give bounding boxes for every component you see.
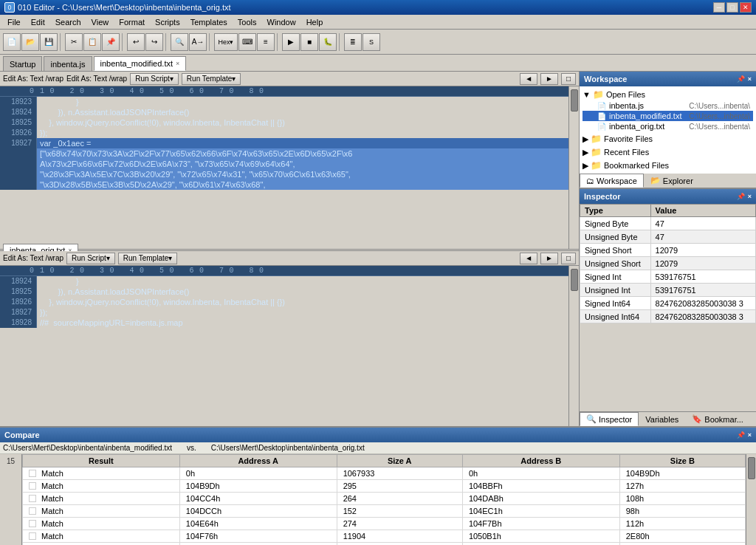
inspector-table: Type Value Signed Byte47Unsigned Byte47S…	[580, 204, 756, 323]
scroll-right-1[interactable]: ►	[540, 73, 558, 85]
minimize-button[interactable]: ─	[713, 2, 725, 13]
tree-item-orig[interactable]: 📄 inbenta_orig.txt C:\Users...inbenta\	[583, 121, 753, 131]
inspector-close[interactable]: ×	[748, 193, 752, 200]
compare-row[interactable]: Match 104B9Dh 295 104BBFh 127h	[23, 480, 746, 493]
edit-as-2[interactable]: Edit As: Text /wrap	[3, 254, 63, 262]
redo-button[interactable]: ↪	[145, 33, 163, 51]
tab-inbenta-js[interactable]: inbenta.js	[44, 56, 92, 71]
inspector-row[interactable]: Unsigned Byte47	[580, 230, 756, 244]
maximize-pane-2[interactable]: □	[561, 253, 576, 264]
open-button[interactable]: 📂	[21, 33, 39, 51]
compare-controls[interactable]: 📌 ×	[737, 431, 752, 439]
tree-path-orig: C:\Users...inbenta\	[689, 123, 750, 131]
edit-as-1[interactable]: Edit As: Text /wrap	[66, 75, 127, 83]
inspector-tab-variables[interactable]: Variables	[639, 412, 685, 426]
compare-row[interactable]: Match 104DCCh 152 104EC1h 98h	[23, 505, 746, 518]
editor2-code[interactable]: 0 10 20 30 40 50 60 70 80 18924 } 18925	[0, 266, 568, 426]
menu-bar: File Edit Search View Format Scripts Tem…	[0, 15, 756, 30]
tab-startup[interactable]: Startup	[3, 56, 42, 71]
close-button[interactable]: ✕	[740, 2, 752, 13]
maximize-button[interactable]: □	[726, 2, 738, 13]
editor2-scrollbar[interactable]	[568, 266, 579, 426]
save-button[interactable]: 💾	[40, 33, 58, 51]
compare-scrollbar[interactable]	[746, 454, 756, 545]
stop-btn[interactable]: ■	[300, 33, 318, 51]
window-controls[interactable]: ─ □ ✕	[713, 2, 752, 13]
menu-templates[interactable]: Templates	[186, 17, 232, 27]
menu-help[interactable]: Help	[302, 17, 328, 27]
workspace-pin[interactable]: 📌	[737, 75, 745, 83]
compare-pin[interactable]: 📌	[737, 431, 745, 439]
new-button[interactable]: 📄	[3, 33, 21, 51]
inspector-row[interactable]: Unsigned Short12079	[580, 257, 756, 270]
compare-btn[interactable]: ≣	[344, 33, 362, 51]
inspector-row[interactable]: Unsigned Int539176751	[580, 284, 756, 297]
tree-item-modified[interactable]: 📄 inbenta_modified.txt C:\Users...inbent…	[583, 111, 753, 121]
inspector-row[interactable]: Signed Int539176751	[580, 270, 756, 284]
compare-scroll-thumb[interactable]	[748, 457, 755, 479]
toolbar-sep-1	[60, 33, 63, 51]
compare-size-a-cell: 264	[337, 493, 462, 505]
inspector-row[interactable]: Signed Int64824762083285003038 3	[580, 297, 756, 310]
inspector-pin[interactable]: 📌	[737, 193, 745, 200]
inspector-row[interactable]: Unsigned Int64824762083285003038 3	[580, 310, 756, 323]
tab-close-modified[interactable]: ×	[176, 60, 179, 67]
tree-item-inbenta-js[interactable]: 📄 inbenta.js C:\Users...inbenta\	[583, 100, 753, 111]
run-btn[interactable]: ▶	[282, 33, 300, 51]
inspector-row[interactable]: Signed Byte47	[580, 217, 756, 230]
bookmarked-header[interactable]: ▶ 📁 Bookmarked Files	[583, 160, 753, 171]
editor2-scroll-thumb[interactable]	[571, 269, 578, 291]
scroll-left-1[interactable]: ◄	[520, 73, 537, 85]
run-template-1[interactable]: Run Template▾	[182, 73, 241, 85]
find-button[interactable]: 🔍	[171, 33, 188, 51]
compare-close[interactable]: ×	[748, 431, 752, 439]
tab-inbenta-modified[interactable]: inbenta_modified.txt ×	[94, 56, 187, 71]
compare-table-container[interactable]: Result Address A Size A Address B Size B…	[22, 454, 746, 545]
menu-format[interactable]: Format	[114, 17, 149, 27]
open-files-header[interactable]: ▼ 📁 Open Files	[583, 89, 753, 100]
compare-row[interactable]: Match 104CC4h 264 104DABh 108h	[23, 493, 746, 505]
maximize-pane-1[interactable]: □	[561, 73, 576, 85]
menu-search[interactable]: Search	[51, 17, 86, 27]
inspector-controls[interactable]: 📌 ×	[737, 193, 752, 200]
undo-button[interactable]: ↩	[127, 33, 145, 51]
run-script-1[interactable]: Run Script▾	[130, 73, 179, 85]
compare-row[interactable]: Match 0h 1067933 0h 104B9Dh	[23, 467, 746, 480]
recent-files-header[interactable]: ▶ 📁 Recent Files	[583, 146, 753, 158]
run-script-2[interactable]: Run Script▾	[66, 253, 115, 264]
cut-button[interactable]: ✂	[65, 33, 83, 51]
menu-file[interactable]: File	[3, 17, 25, 27]
run-template-2[interactable]: Run Template▾	[118, 253, 178, 264]
edit-as-label-1[interactable]: Edit As: Text /wrap	[3, 75, 63, 83]
tab-startup-label: Startup	[10, 60, 35, 69]
editor1-scroll-thumb[interactable]	[571, 89, 578, 112]
scroll-right-2[interactable]: ►	[540, 253, 558, 264]
compare-row[interactable]: Match 104E64h 274 104F7Bh 112h	[23, 518, 746, 530]
editor1-scrollbar[interactable]	[568, 86, 579, 249]
editor1-code[interactable]: 0 10 20 30 40 50 60 70 80 18923 } 18924	[0, 86, 568, 249]
compare-row[interactable]: Match 104F76h 11904 1050B1h 2E80h	[23, 530, 746, 543]
menu-scripts[interactable]: Scripts	[151, 17, 185, 27]
panel-tab-explorer[interactable]: 📂 Explorer	[644, 174, 700, 188]
menu-window[interactable]: Window	[263, 17, 300, 27]
copy-button[interactable]: 📋	[83, 33, 101, 51]
debug-btn[interactable]: 🐛	[319, 33, 337, 51]
panel-tab-workspace[interactable]: 🗂 Workspace	[580, 174, 644, 188]
menu-edit[interactable]: Edit	[27, 17, 49, 27]
favorite-files-header[interactable]: ▶ 📁 Favorite Files	[583, 133, 753, 145]
paste-button[interactable]: 📌	[102, 33, 120, 51]
scroll-left-2[interactable]: ◄	[520, 253, 537, 264]
hex-button[interactable]: Hex▾	[214, 33, 238, 51]
script-btn[interactable]: S	[362, 33, 380, 51]
format-btn-2[interactable]: ≡	[257, 33, 275, 51]
compare-row[interactable]: Match 107E51h 4765 107F31h 129Dh	[23, 543, 746, 546]
inspector-tab-inspector[interactable]: 🔍 Inspector	[580, 412, 639, 426]
workspace-controls[interactable]: 📌 ×	[737, 75, 752, 83]
replace-button[interactable]: A→	[189, 33, 207, 51]
format-btn-1[interactable]: ⌨	[238, 33, 256, 51]
menu-view[interactable]: View	[87, 17, 114, 27]
menu-tools[interactable]: Tools	[233, 17, 261, 27]
inspector-tab-bookmarks[interactable]: 🔖 Bookmar...	[685, 412, 750, 426]
inspector-row[interactable]: Signed Short12079	[580, 244, 756, 257]
workspace-close[interactable]: ×	[748, 75, 752, 83]
